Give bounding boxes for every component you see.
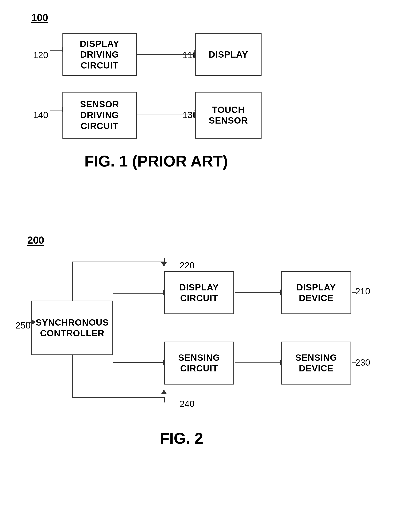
fig2-caption: FIG. 2: [16, 429, 347, 447]
box-sensor-driving-label: SENSORDRIVING CIRCUIT: [63, 99, 136, 131]
fig2-diagram: SYNCHRONOUSCONTROLLER 250 220 DISPLAYCIR…: [16, 250, 387, 426]
box-display-device-label: DISPLAYDEVICE: [297, 282, 336, 304]
page: 100 120 110 140 130 DISPLAYDRIVING CIRCU…: [0, 0, 420, 527]
box-sensor-driving-circuit: SENSORDRIVING CIRCUIT: [62, 92, 137, 139]
ref-100: 100: [31, 12, 48, 23]
box-sensing-device-label: SENSINGDEVICE: [295, 352, 337, 374]
box-display-label: DISPLAY: [209, 49, 248, 60]
ref-220: 220: [179, 260, 195, 271]
box-display: DISPLAY: [195, 33, 262, 76]
box-display-driving-label: DISPLAYDRIVING CIRCUIT: [63, 38, 136, 71]
fig1-diagram: 120 110 140 130 DISPLAYDRIVING CIRCUIT D…: [20, 27, 351, 148]
ref-200: 200: [27, 234, 44, 246]
box-display-circuit-label: DISPLAYCIRCUIT: [179, 282, 219, 304]
box-sensing-circuit-label: SENSINGCIRCUIT: [178, 352, 220, 374]
box-touch-sensor: TOUCHSENSOR: [195, 92, 262, 139]
box-synchronous-controller: SYNCHRONOUSCONTROLLER: [31, 301, 113, 355]
box-sensing-circuit: SENSINGCIRCUIT: [164, 341, 234, 384]
ref-240: 240: [179, 399, 195, 409]
fig1-caption: FIG. 1 (PRIOR ART): [20, 152, 293, 170]
box-sensing-device: SENSINGDEVICE: [281, 341, 351, 384]
box-display-driving-circuit: DISPLAYDRIVING CIRCUIT: [62, 33, 137, 76]
ref-250: 250: [16, 320, 31, 331]
box-display-device: DISPLAYDEVICE: [281, 271, 351, 314]
ref-120: 120: [33, 50, 48, 60]
box-synchronous-label: SYNCHRONOUSCONTROLLER: [36, 317, 109, 339]
ref-140: 140: [33, 110, 48, 120]
ref-210: 210: [355, 286, 370, 296]
box-display-circuit: DISPLAYCIRCUIT: [164, 271, 234, 314]
box-touch-sensor-label: TOUCHSENSOR: [209, 104, 248, 126]
ref-230: 230: [355, 357, 370, 368]
